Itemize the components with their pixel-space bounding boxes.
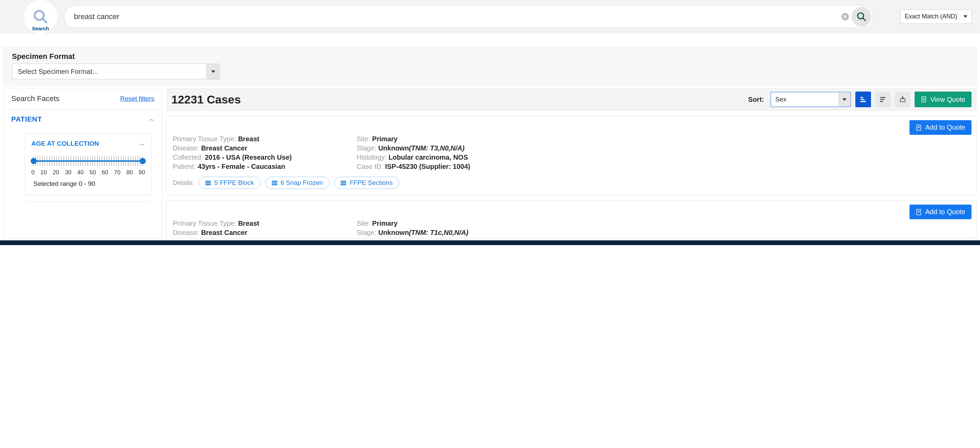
facets-panel: Search Facets Reset filters PATIENT ︿ AG… (3, 88, 162, 238)
reset-filters-link[interactable]: Reset filters (120, 95, 154, 102)
details-label: Details: (173, 179, 194, 187)
document-icon (916, 125, 922, 131)
document-icon (916, 209, 922, 215)
facets-title: Search Facets (11, 94, 60, 103)
view-quote-button[interactable]: View Quote (915, 92, 972, 107)
results-header: 12231 Cases Sort: Sex (166, 88, 977, 111)
detail-chip[interactable]: 6 Snap Frozen (265, 177, 330, 189)
export-button[interactable] (895, 92, 910, 107)
search-input[interactable] (74, 12, 842, 21)
search-tab[interactable]: Search (24, 0, 57, 33)
results-panel: 12231 Cases Sort: Sex (166, 88, 977, 238)
footer-bar (0, 240, 980, 245)
sort-descending-button[interactable] (875, 92, 891, 107)
chevron-down-icon (961, 10, 969, 24)
export-icon (900, 96, 906, 102)
search-icon (856, 11, 867, 22)
slider-tick-labels: 0 10 20 30 40 50 60 70 80 90 (31, 169, 145, 176)
add-to-quote-button[interactable]: Add to Quote (910, 120, 972, 135)
list-icon (272, 181, 277, 185)
specimen-format-select[interactable]: Select Specimen Format... (12, 64, 220, 79)
svg-rect-5 (861, 99, 864, 100)
specimen-format-panel: Specimen Format Select Specimen Format..… (3, 47, 977, 86)
svg-rect-7 (880, 97, 886, 98)
match-mode-value: Exact Match (AND) (905, 13, 957, 20)
chevron-down-icon (207, 64, 220, 79)
document-icon (921, 96, 927, 102)
search-field-container (64, 5, 873, 28)
chevron-up-icon: ︿ (149, 116, 154, 123)
svg-rect-6 (861, 101, 866, 102)
view-quote-label: View Quote (930, 96, 965, 103)
slider-thumb-max[interactable] (140, 158, 146, 164)
sort-label: Sort: (748, 96, 764, 103)
search-submit-button[interactable] (851, 7, 871, 27)
sort-desc-icon (880, 96, 886, 103)
svg-line-1 (43, 18, 47, 22)
specimen-format-placeholder: Select Specimen Format... (18, 68, 98, 76)
add-to-quote-button[interactable]: Add to Quote (910, 205, 972, 219)
sort-select[interactable]: Sex (770, 92, 851, 107)
detail-chip[interactable]: FFPE Sections (334, 177, 399, 189)
case-card: Add to Quote Primary Tissue Type: Breast… (166, 116, 977, 195)
case-card: Add to Quote Primary Tissue Type: Breast… (166, 200, 977, 238)
svg-rect-9 (880, 101, 883, 102)
svg-rect-8 (880, 99, 884, 100)
list-icon (340, 181, 346, 185)
chevron-down-icon (838, 92, 850, 106)
slider-thumb-min[interactable] (31, 158, 37, 164)
search-tab-label: Search (32, 25, 49, 31)
facet-age-title: AGE AT COLLECTION (31, 140, 99, 148)
selected-range-text: Selected range 0 - 90 (31, 180, 145, 187)
sort-value: Sex (775, 96, 786, 103)
list-icon (205, 181, 211, 185)
detail-chip[interactable]: 5 FFPE Block (199, 177, 260, 189)
search-icon (33, 9, 48, 24)
svg-rect-4 (861, 97, 863, 98)
facet-group-label: PATIENT (11, 115, 42, 123)
sort-asc-icon (860, 96, 867, 103)
match-mode-select[interactable]: Exact Match (AND) (900, 10, 972, 24)
specimen-format-label: Specimen Format (12, 52, 968, 61)
age-range-slider[interactable] (33, 156, 144, 166)
results-count: 12231 Cases (171, 93, 744, 106)
top-search-bar: Search Exact Match (AND) (0, 0, 980, 33)
clear-search-icon[interactable] (842, 13, 849, 21)
facet-age-header[interactable]: AGE AT COLLECTION ︿ (31, 140, 145, 148)
sort-ascending-button[interactable] (855, 92, 871, 107)
svg-line-3 (863, 18, 865, 21)
facet-age-card: AGE AT COLLECTION ︿ 0 10 20 30 40 50 60 … (25, 133, 151, 195)
chevron-up-icon: ︿ (140, 140, 145, 148)
facet-group-patient[interactable]: PATIENT ︿ (4, 110, 162, 129)
